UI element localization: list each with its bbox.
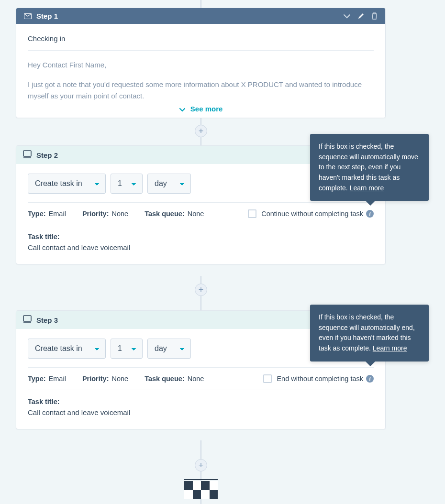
see-more-label: See more [190,105,223,113]
finish-flag-icon [184,479,218,504]
unit-dropdown[interactable]: day [147,174,191,194]
edit-button[interactable] [357,12,365,20]
priority-value: None [111,375,128,383]
task-icon [23,150,32,160]
email-preview: Hey Contact First Name, I just got a not… [28,59,374,101]
continue-checkbox[interactable]: Continue without completing task [248,209,366,218]
type-label: Type: [28,210,46,218]
tooltip-continue: If this box is checked, the sequence wil… [310,134,429,201]
add-step-button[interactable]: + [195,284,207,296]
continue-checkbox-label: Continue without completing task [261,210,363,218]
add-step-button[interactable]: + [195,125,207,137]
priority-label: Priority: [82,210,109,218]
end-checkbox[interactable]: End without completing task [263,374,366,383]
priority-value: None [111,210,128,218]
svg-rect-3 [23,316,31,321]
unit-dropdown-value: day [155,179,172,188]
step-1-card: Step 1 Checking in Hey Contact First Nam… [16,8,386,118]
action-dropdown-value: Create task in [35,179,87,188]
action-dropdown[interactable]: Create task in [28,174,106,194]
step-1-title: Step 1 [36,12,58,20]
count-dropdown-value: 1 [118,179,123,188]
task-icon [23,315,32,325]
caret-down-icon [179,179,185,188]
see-more-button[interactable]: See more [16,98,385,113]
email-icon [24,13,32,19]
connector-line [200,0,201,8]
tooltip-end: If this box is checked, the sequence wil… [310,305,429,362]
queue-label: Task queue: [145,210,185,218]
caret-down-icon [131,179,136,188]
learn-more-link[interactable]: Learn more [373,344,407,352]
collapse-button[interactable] [343,14,351,19]
queue-label: Task queue: [145,375,185,383]
checkbox-box [248,209,256,218]
unit-dropdown-value: day [155,344,172,353]
queue-value: None [188,375,204,383]
count-dropdown[interactable]: 1 [111,174,143,194]
learn-more-link[interactable]: Learn more [350,184,384,192]
step-1-header: Step 1 [16,8,385,24]
task-title-value: Call contact and leave voicemail [28,243,374,252]
caret-down-icon [94,179,100,188]
caret-down-icon [179,344,185,353]
priority-label: Priority: [82,375,109,383]
add-step-button[interactable]: + [195,459,207,471]
delete-button[interactable] [371,12,378,20]
email-subject: Checking in [28,34,374,43]
info-icon[interactable]: i [366,375,374,383]
task-title-label: Task title: [28,233,374,241]
action-dropdown-value: Create task in [35,344,87,353]
task-meta-row: Type: Email Priority: None Task queue: N… [28,202,374,225]
caret-down-icon [131,344,136,353]
email-greeting: Hey Contact First Name, [28,59,374,70]
caret-down-icon [94,344,100,353]
checkbox-box [263,374,272,383]
step-1-body: Checking in Hey Contact First Name, I ju… [16,24,385,118]
count-dropdown[interactable]: 1 [111,339,143,359]
task-title-label: Task title: [28,398,374,405]
queue-value: None [188,210,204,218]
type-value: Email [49,375,66,383]
step-2-title: Step 2 [36,151,58,159]
type-value: Email [49,210,66,218]
task-title-value: Call contact and leave voicemail [28,408,374,416]
svg-rect-1 [23,151,31,156]
end-checkbox-label: End without completing task [277,375,363,383]
type-label: Type: [28,375,46,383]
divider [28,50,374,51]
action-dropdown[interactable]: Create task in [28,339,106,359]
count-dropdown-value: 1 [118,344,123,353]
unit-dropdown[interactable]: day [147,339,191,359]
step-3-title: Step 3 [36,316,58,324]
task-meta-row: Type: Email Priority: None Task queue: N… [28,367,374,390]
info-icon[interactable]: i [366,210,374,218]
